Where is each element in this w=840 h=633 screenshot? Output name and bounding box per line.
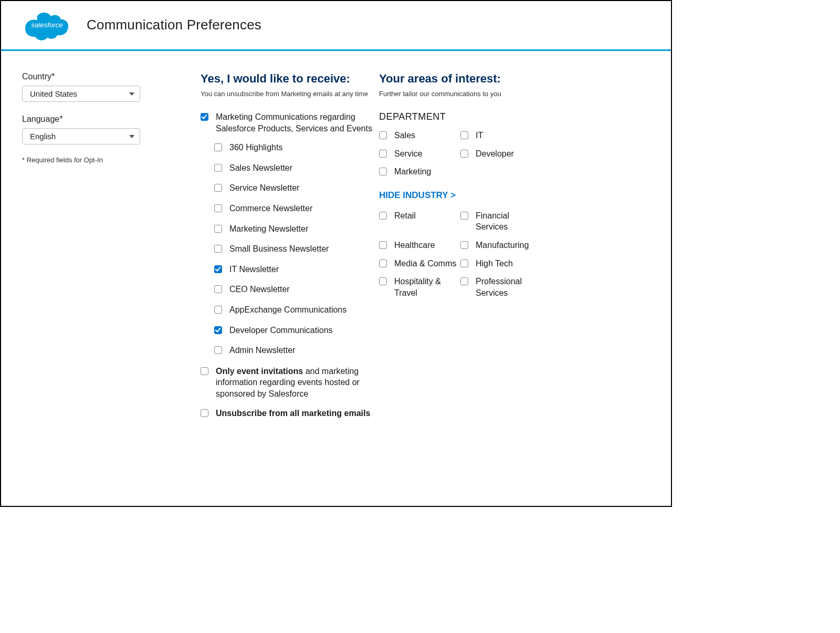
checkbox-industry-hospitality-travel[interactable]: [379, 277, 387, 285]
label-dept-marketing: Marketing: [394, 166, 431, 178]
checkbox-sub-service-newsletter[interactable]: [214, 184, 222, 192]
salesforce-logo-icon: salesforce: [22, 7, 72, 42]
label-industry-professional-services: Professional Services: [476, 276, 542, 298]
label-only-events: Only event invitations and marketing inf…: [216, 366, 374, 400]
checkbox-dept-developer[interactable]: [460, 150, 468, 158]
label-industry-retail: Retail: [394, 210, 416, 222]
label-dept-service: Service: [394, 148, 422, 160]
label-sub-developer-communications: Developer Communications: [229, 325, 333, 336]
label-sub-appexchange-communications: AppExchange Communications: [229, 304, 346, 316]
label-sub-service-newsletter: Service Newsletter: [229, 182, 299, 194]
checkbox-industry-media-comms[interactable]: [379, 260, 387, 267]
label-dept-sales: Sales: [394, 130, 415, 141]
label-sub-marketing-newsletter: Marketing Newsletter: [229, 223, 308, 235]
label-marketing-communications: Marketing Communications regarding Sales…: [216, 111, 374, 134]
label-sub-small-business-newsletter: Small Business Newsletter: [229, 243, 329, 255]
interest-title: Your areas of interest:: [379, 72, 650, 86]
checkbox-industry-healthcare[interactable]: [379, 241, 387, 249]
hide-industry-toggle[interactable]: HIDE INDUSTRY >: [379, 190, 650, 201]
checkbox-sub-appexchange-communications[interactable]: [214, 306, 222, 314]
logo-text: salesforce: [31, 21, 62, 29]
page-title: Communication Preferences: [87, 17, 261, 33]
checkbox-sub-developer-communications[interactable]: [214, 326, 222, 334]
checkbox-industry-financial-services[interactable]: [460, 212, 468, 220]
label-dept-it: IT: [476, 130, 483, 141]
language-select[interactable]: English: [22, 128, 140, 144]
checkbox-dept-service[interactable]: [379, 150, 387, 158]
language-label: Language*: [22, 115, 195, 124]
checkbox-sub-360-highlights[interactable]: [214, 143, 222, 151]
label-industry-hospitality-travel: Hospitality & Travel: [394, 276, 460, 298]
label-sub-it-newsletter: IT Newsletter: [229, 264, 279, 275]
receive-title: Yes, I would like to receive:: [201, 72, 374, 86]
label-industry-high-tech: High Tech: [476, 258, 513, 269]
label-sub-ceo-newsletter: CEO Newsletter: [229, 284, 290, 295]
checkbox-industry-professional-services[interactable]: [460, 277, 468, 285]
department-heading: DEPARTMENT: [379, 111, 650, 122]
checkbox-sub-ceo-newsletter[interactable]: [214, 285, 222, 293]
checkbox-industry-retail[interactable]: [379, 212, 387, 220]
checkbox-sub-it-newsletter[interactable]: [214, 265, 222, 273]
country-select[interactable]: United States: [22, 86, 140, 102]
interest-subtitle: Further tailor our communications to you: [379, 90, 650, 98]
checkbox-unsubscribe-all[interactable]: [201, 409, 208, 417]
required-note: * Required fields for Opt-In: [22, 156, 195, 164]
language-value: English: [30, 132, 56, 141]
label-sub-sales-newsletter: Sales Newsletter: [229, 162, 292, 174]
checkbox-sub-small-business-newsletter[interactable]: [214, 245, 222, 253]
checkbox-dept-it[interactable]: [460, 131, 468, 139]
label-industry-manufacturing: Manufacturing: [476, 240, 529, 251]
label-industry-media-comms: Media & Comms: [394, 258, 456, 269]
checkbox-marketing-communications[interactable]: [201, 113, 208, 121]
label-dept-developer: Developer: [476, 148, 514, 160]
checkbox-industry-high-tech[interactable]: [460, 260, 468, 267]
country-value: United States: [30, 89, 77, 98]
country-label: Country*: [22, 72, 195, 81]
checkbox-sub-commerce-newsletter[interactable]: [214, 204, 222, 212]
checkbox-dept-marketing[interactable]: [379, 168, 387, 175]
checkbox-dept-sales[interactable]: [379, 131, 387, 139]
checkbox-sub-admin-newsletter[interactable]: [214, 346, 222, 354]
label-unsubscribe-all: Unsubscribe from all marketing emails: [216, 408, 370, 419]
checkbox-industry-manufacturing[interactable]: [460, 241, 468, 249]
label-industry-financial-services: Financial Services: [476, 210, 542, 233]
label-industry-healthcare: Healthcare: [394, 240, 435, 251]
checkbox-only-events[interactable]: [201, 367, 208, 375]
label-sub-admin-newsletter: Admin Newsletter: [229, 345, 295, 356]
label-sub-360-highlights: 360 Highlights: [229, 142, 282, 153]
receive-subtitle: You can unsubscribe from Marketing email…: [201, 90, 374, 98]
checkbox-sub-sales-newsletter[interactable]: [214, 164, 222, 172]
label-sub-commerce-newsletter: Commerce Newsletter: [229, 203, 312, 214]
checkbox-sub-marketing-newsletter[interactable]: [214, 225, 222, 233]
